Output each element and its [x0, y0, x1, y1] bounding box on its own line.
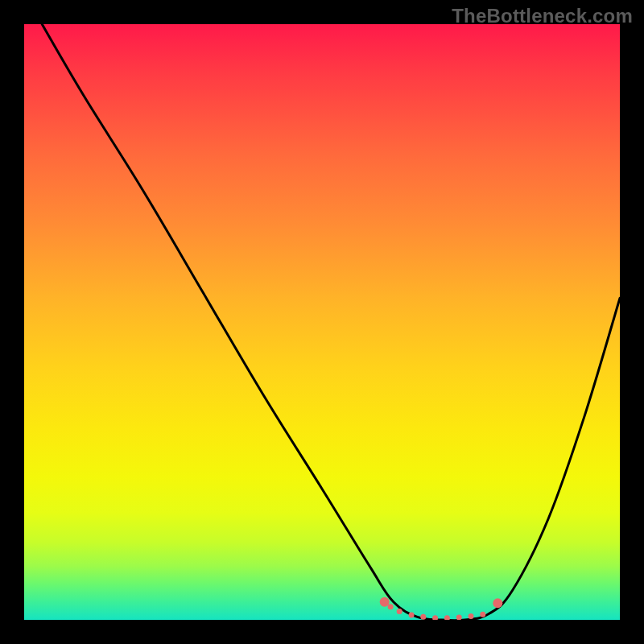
valley-dot	[388, 604, 394, 609]
valley-dot	[456, 615, 462, 621]
flat-valley-dots	[380, 597, 503, 620]
valley-dot	[480, 612, 485, 617]
valley-dot	[409, 613, 415, 618]
valley-dot	[397, 609, 402, 614]
chart-frame: TheBottleneck.com	[0, 0, 644, 644]
plot-area	[24, 24, 620, 620]
valley-dot	[420, 614, 426, 620]
valley-dot	[469, 613, 474, 619]
valley-dot	[380, 597, 390, 607]
curve-layer	[24, 24, 620, 620]
valley-dot	[493, 598, 502, 608]
bottleneck-curve	[42, 24, 620, 620]
valley-dot	[444, 615, 450, 620]
valley-dot	[432, 615, 438, 620]
